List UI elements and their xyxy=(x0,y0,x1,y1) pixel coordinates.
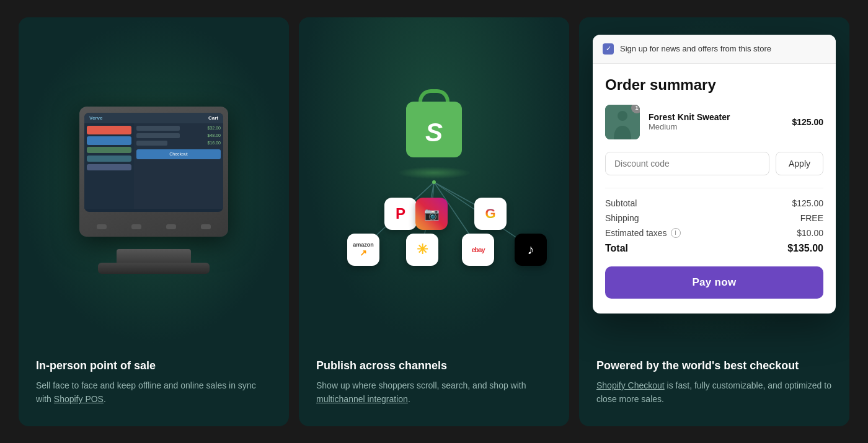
instagram-icon: 📷 xyxy=(415,198,448,230)
channels-visual: S xyxy=(299,17,569,344)
pos-dot-4 xyxy=(201,224,211,229)
subtotal-value: $125.00 xyxy=(792,198,823,208)
pinterest-icon: P xyxy=(384,198,417,230)
product-image: 1 xyxy=(605,105,640,139)
channels-link[interactable]: multichannel integration xyxy=(316,394,408,404)
channels-card-title: Publish across channels xyxy=(316,359,552,372)
pos-btn-2 xyxy=(87,136,131,145)
pos-price-3: $16.00 xyxy=(208,141,221,145)
taxes-label-wrap: Estimated taxes i xyxy=(605,228,681,238)
pos-row-3: $16.00 xyxy=(136,141,221,146)
pos-link[interactable]: Shopify POS xyxy=(54,394,104,404)
pos-btn-5 xyxy=(87,164,131,170)
pos-bottom-buttons xyxy=(84,224,223,229)
svg-point-7 xyxy=(432,180,436,184)
pos-device-illustration: Verve Cart xyxy=(67,107,241,268)
pos-price-2: $48.00 xyxy=(208,133,221,138)
subtotal-label: Subtotal xyxy=(605,198,637,208)
pos-cart-label: Cart xyxy=(208,115,218,121)
channels-desc-text: Show up where shoppers scroll, search, a… xyxy=(316,380,526,390)
pos-item-label-1 xyxy=(136,126,180,131)
checkout-card-text: Powered by the world's best checkout Sho… xyxy=(579,344,849,426)
summary-lines: Subtotal $125.00 Shipping FREE Estimated… xyxy=(605,188,823,238)
pos-screen-body: $32.00 $48.00 $16.00 Chec xyxy=(84,123,223,209)
newsletter-label: Sign up for news and offers from this st… xyxy=(620,44,771,53)
discount-code-input[interactable] xyxy=(605,152,769,175)
tiktok-icon: ♪ xyxy=(515,234,547,266)
subtotal-line: Subtotal $125.00 xyxy=(605,198,823,208)
shipping-value: FREE xyxy=(800,213,823,223)
pos-card-text: In-person point of sale Sell face to fac… xyxy=(19,344,289,426)
taxes-info-icon[interactable]: i xyxy=(671,228,681,238)
cards-container: Verve Cart xyxy=(19,17,849,426)
pos-base xyxy=(98,263,210,274)
pos-price-1: $32.00 xyxy=(208,126,221,130)
product-info: Forest Knit Sweater Medium xyxy=(649,112,783,131)
pos-item-label-3 xyxy=(136,141,167,146)
svg-point-9 xyxy=(618,111,627,121)
product-name: Forest Knit Sweater xyxy=(649,112,783,122)
pos-dot-2 xyxy=(131,224,141,229)
pos-btn-1 xyxy=(87,126,131,134)
apply-button[interactable]: Apply xyxy=(776,152,823,175)
total-label: Total xyxy=(605,243,628,254)
checkout-link[interactable]: Shopify Checkout xyxy=(596,380,665,390)
ebay-icon: ebay xyxy=(462,234,494,266)
pos-screen: Verve Cart xyxy=(84,113,223,212)
shopify-bag-illustration: S xyxy=(403,89,465,157)
pos-right-panel: $32.00 $48.00 $16.00 Chec xyxy=(134,123,223,209)
pos-btn-3 xyxy=(87,147,131,153)
pos-brand-label: Verve xyxy=(89,115,102,121)
pos-card: Verve Cart xyxy=(19,17,289,426)
newsletter-checkbox[interactable]: ✓ xyxy=(603,43,614,55)
taxes-line: Estimated taxes i $10.00 xyxy=(605,228,823,238)
checkout-top-bar: ✓ Sign up for news and offers from this … xyxy=(593,35,836,64)
checkout-widget: ✓ Sign up for news and offers from this … xyxy=(593,35,836,314)
shipping-line: Shipping FREE xyxy=(605,213,823,223)
pos-card-title: In-person point of sale xyxy=(36,359,272,372)
product-quantity-badge: 1 xyxy=(631,105,640,113)
pos-btn-4 xyxy=(87,156,131,162)
pos-dot-1 xyxy=(97,224,107,229)
taxes-label: Estimated taxes xyxy=(605,228,667,238)
total-value: $135.00 xyxy=(787,243,823,254)
checkout-card: ✓ Sign up for news and offers from this … xyxy=(579,17,849,426)
channels-card-text: Publish across channels Show up where sh… xyxy=(299,344,569,426)
pos-visual: Verve Cart xyxy=(19,17,289,344)
pos-checkout-btn[interactable]: Checkout xyxy=(136,149,221,159)
pos-item-label-2 xyxy=(136,133,180,138)
amazon-icon: amazon ↗ xyxy=(347,234,379,266)
checkout-body: Order summary 1 xyxy=(593,64,836,314)
shopify-s-logo: S xyxy=(425,118,443,147)
bag-body: S xyxy=(406,102,462,157)
walmart-icon: ✳ xyxy=(406,234,438,266)
product-price: $125.00 xyxy=(792,117,823,127)
checkout-card-desc: Shopify Checkout is fast, fully customiz… xyxy=(596,379,832,406)
pos-row-1: $32.00 xyxy=(136,126,221,131)
channels-card-desc: Show up where shoppers scroll, search, a… xyxy=(316,379,552,406)
channels-card: S xyxy=(299,17,569,426)
pos-row-2: $48.00 xyxy=(136,133,221,138)
product-row: 1 Forest Knit Sweater Medium $125.00 xyxy=(605,105,823,139)
checkout-visual: ✓ Sign up for news and offers from this … xyxy=(579,17,849,344)
taxes-value: $10.00 xyxy=(797,228,823,238)
product-variant: Medium xyxy=(649,122,783,131)
order-summary-title: Order summary xyxy=(605,76,823,94)
google-icon: G xyxy=(474,198,507,230)
checkout-card-title: Powered by the world's best checkout xyxy=(596,359,832,372)
pos-left-panel xyxy=(84,123,134,209)
pos-dot-3 xyxy=(166,224,176,229)
discount-row: Apply xyxy=(605,152,823,175)
pos-screen-header: Verve Cart xyxy=(84,113,223,123)
total-line: Total $135.00 xyxy=(605,243,823,254)
pos-body: Verve Cart xyxy=(79,107,228,237)
bag-glow xyxy=(397,167,471,179)
shipping-label: Shipping xyxy=(605,213,639,223)
pos-card-desc: Sell face to face and keep offline and o… xyxy=(36,379,272,406)
pay-now-button[interactable]: Pay now xyxy=(605,266,823,299)
channels-tree: P 📷 G amazon ↗ ✳ xyxy=(329,179,539,278)
